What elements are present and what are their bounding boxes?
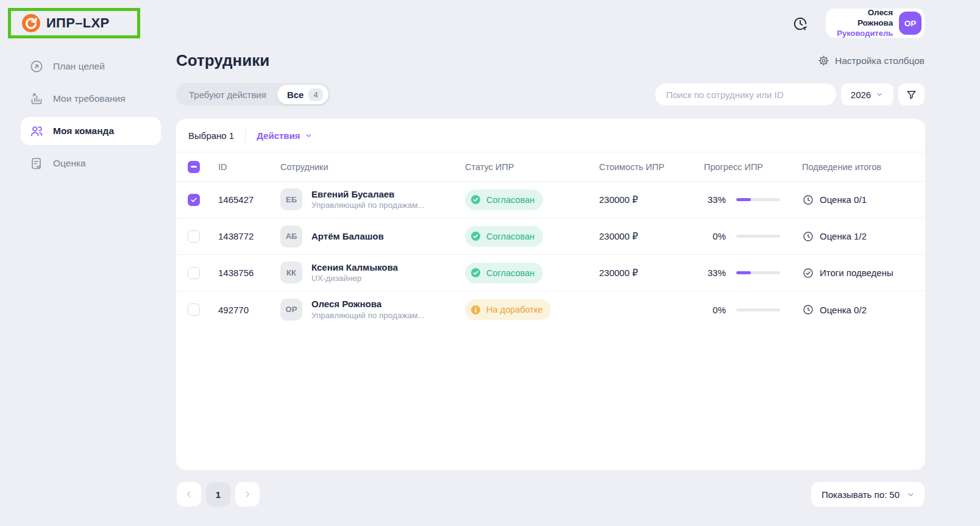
columns-settings-button[interactable]: Настройка столбцов [818,55,925,66]
page-size-label: Показывать по: 50 [822,489,900,500]
clock-icon [802,304,814,316]
summary-label: Итоги подведены [820,268,893,278]
status-label: Согласован [486,268,534,278]
progress-bar [736,308,780,311]
header-employees: Сотрудники [280,162,465,172]
history-clock-icon [792,16,808,32]
summary-cell: Итоги подведены [802,267,925,279]
arrow-up-right-circle-icon [29,59,44,74]
employee-avatar: ЕБ [280,188,302,210]
previous-page-button[interactable] [177,482,201,506]
employee-id: 1465427 [218,194,280,205]
row-checkbox[interactable] [188,194,200,206]
progress-cell: 33% [704,268,802,278]
sidebar-item-label: Оценка [53,158,86,169]
table-row[interactable]: 1438772 АБ Артём Балашов [176,218,925,255]
sidebar-item-assessment[interactable]: Оценка [21,149,161,177]
employee-id: 492770 [218,305,280,315]
user-name: Олеся Рожнова [832,8,893,29]
employee-id: 1438756 [218,268,280,278]
progress-percent: 0% [704,231,726,241]
logo-highlight-box: ИПР–LXP [8,8,140,38]
status-label: Согласован [486,195,534,205]
progress-percent: 0% [704,305,726,315]
sidebar-item-my-team[interactable]: Моя команда [21,117,161,145]
cost-value: 230000 ₽ [599,194,704,205]
clipboard-check-icon [29,156,44,171]
summary-cell: Оценка 0/2 [802,304,925,316]
status-badge: На доработке [465,299,551,320]
employees-table-card: Выбрано 1 Действия ID Сотрудники Статус … [176,119,925,470]
clock-icon [802,194,814,206]
chevron-down-icon [305,132,313,140]
page-size-select[interactable]: Показывать по: 50 [811,482,925,506]
summary-label: Оценка 1/2 [820,231,867,241]
actions-dropdown[interactable]: Действия [257,130,312,141]
search-input[interactable] [655,84,836,105]
table-header-row: ID Сотрудники Статус ИПР Стоимость ИПР П… [176,152,925,182]
employee-id: 1438772 [218,231,280,241]
progress-bar [736,198,780,201]
page-title: Сотрудники [176,51,269,70]
header-cost: Стоимость ИПР [599,162,704,172]
progress-fill [736,198,751,201]
segment-all[interactable]: Все 4 [277,85,328,104]
check-circle-outline-icon [802,267,814,279]
funnel-icon [906,89,917,101]
employee-position: Управляющий по продажам... [311,310,424,321]
row-checkbox[interactable] [188,230,200,243]
employee-name: Олеся Рожнова [311,298,424,310]
progress-percent: 33% [704,268,726,278]
next-page-button[interactable] [235,482,260,506]
logo-icon [22,14,40,32]
employee-avatar: КК [280,261,302,283]
header-progress: Прогресс ИПР [704,162,802,172]
app-window: ИПР–LXP План целей Мои требования [0,0,980,526]
check-circle-icon [470,194,481,205]
page-number-button[interactable]: 1 [206,482,230,506]
selected-count: Выбрано 1 [188,130,234,141]
sidebar-item-goals-plan[interactable]: План целей [21,52,161,80]
chevron-right-icon [243,489,252,499]
year-select[interactable]: 2026 [841,84,893,105]
user-role: Руководитель [832,29,893,38]
bar-chart-icon [29,91,44,106]
history-button[interactable] [792,15,809,32]
chevron-left-icon [184,489,194,499]
sidebar-item-my-requirements[interactable]: Мои требования [21,85,161,113]
progress-bar [736,235,780,238]
employee-position: UX-дизайнер [311,273,398,284]
segment-all-label: Все [287,90,304,100]
header-summary: Подведение итогов [802,162,925,172]
table-toolbar: Выбрано 1 Действия [176,119,925,152]
row-checkbox[interactable] [188,304,200,316]
columns-settings-label: Настройка столбцов [835,55,925,66]
sidebar-item-label: Моя команда [53,126,114,137]
toolbar-divider [245,129,246,142]
progress-cell: 0% [704,305,802,315]
brand-title: ИПР–LXP [46,15,109,31]
segment-requires-action[interactable]: Требуют действия [178,90,277,100]
row-checkbox[interactable] [188,267,200,279]
table-row[interactable]: 1465427 ЕБ Евгений Бусалаев Управляющий … [176,182,925,218]
cost-value: 230000 ₽ [599,268,704,279]
header-status: Статус ИПР [465,162,599,172]
segment-all-count-badge: 4 [308,88,322,101]
sidebar-item-label: План целей [53,61,105,72]
summary-label: Оценка 0/1 [820,194,867,205]
check-circle-icon [470,267,481,279]
table-row[interactable]: 1438756 КК Ксения Калмыкова UX-дизайнер [176,255,925,291]
cost-value: 230000 ₽ [599,231,704,242]
select-all-checkbox[interactable] [188,161,200,173]
status-filter-segmented: Требуют действия Все 4 [176,83,330,106]
table-row[interactable]: 492770 ОР Олеся Рожнова Управляющий по п… [176,291,925,328]
user-menu[interactable]: Олеся Рожнова Руководитель ОР [826,9,925,38]
progress-fill [736,271,751,274]
filter-button[interactable] [898,84,925,105]
employee-avatar: АБ [280,226,302,247]
user-avatar: ОР [899,12,921,35]
actions-label: Действия [257,130,300,141]
status-badge: Согласован [465,263,543,283]
clock-icon [802,230,814,243]
year-value: 2026 [851,90,871,100]
